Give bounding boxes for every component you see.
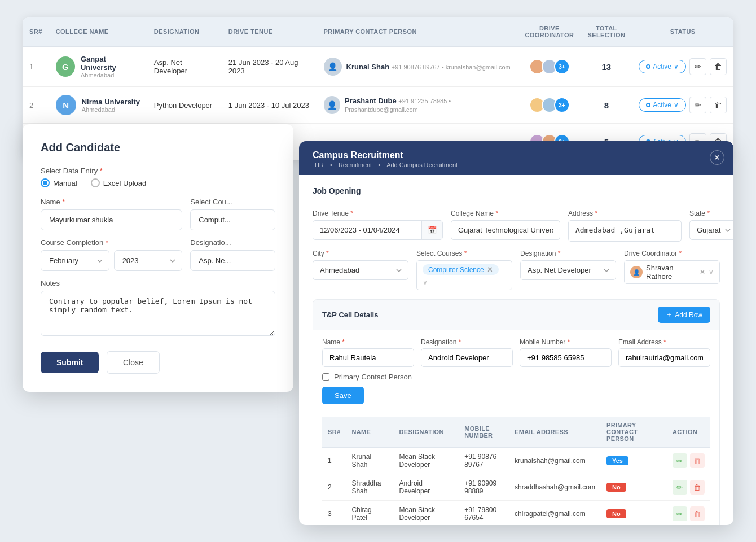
designation-label-truncated: Designatio...: [190, 238, 275, 247]
tpc-action-btns: ✏ 🗑: [673, 506, 705, 521]
add-candidate-title: Add Candidate: [41, 141, 275, 154]
drive-coord-field: Drive Coordinator * 👤 Shravan Rathore ✕ …: [624, 250, 720, 290]
primary-contact-checkbox-row: Primary Contact Person: [322, 373, 710, 381]
col-college: COLLEGE NAME: [49, 17, 147, 47]
course-input[interactable]: [190, 209, 275, 230]
name-input[interactable]: [41, 209, 182, 230]
radio-excel[interactable]: Excel Upload: [91, 178, 147, 187]
year-select[interactable]: 2023: [114, 250, 183, 271]
designation-label: Designation *: [520, 250, 616, 257]
designation-field: Designation * Asp. Net Developer: [520, 250, 616, 290]
tpc-email-label: Email Address *: [618, 338, 710, 346]
tpc-action-btns: ✏ 🗑: [673, 480, 705, 495]
row-drive-tenue: 1 Jun 2023 - 10 Jul 2023: [222, 87, 317, 124]
city-select[interactable]: Ahmedabad: [313, 260, 408, 280]
tpc-col-primary: PRIMARY CONTACT PERSON: [601, 417, 667, 448]
job-opening-row-1: Drive Tenue * 📅 College Name * Addres: [313, 209, 720, 242]
designation-select[interactable]: Asp. Net Developer: [520, 260, 616, 280]
row-sr: 2: [23, 87, 49, 124]
college-badge: G: [56, 56, 75, 77]
delete-icon[interactable]: 🗑: [710, 97, 727, 113]
tpc-name-input[interactable]: [322, 348, 414, 367]
tpc-delete-button[interactable]: 🗑: [690, 453, 705, 468]
row-sr: 1: [23, 47, 49, 87]
tpc-delete-button[interactable]: 🗑: [690, 480, 705, 495]
coord-avatar-sm: 👤: [630, 266, 643, 278]
course-tag: Computer Science ✕: [423, 264, 499, 275]
status-button[interactable]: Active ∨: [639, 98, 686, 112]
course-tag-remove[interactable]: ✕: [487, 265, 493, 274]
close-modal-button[interactable]: ✕: [710, 150, 724, 165]
tpc-row-desig: Mean Stack Developer: [394, 501, 459, 526]
drive-tenue-input[interactable]: [313, 221, 421, 239]
tpc-row-name: Shraddha Shah: [346, 474, 393, 501]
tpc-email-input[interactable]: [618, 348, 710, 367]
drive-coord-label: Drive Coordinator *: [624, 250, 720, 257]
designation-input[interactable]: [190, 250, 275, 271]
radio-manual[interactable]: Manual: [41, 178, 77, 187]
tpc-designation-input[interactable]: [421, 348, 513, 367]
state-select[interactable]: Gujarat: [689, 220, 733, 240]
row-contact: 👤 Prashant Dube +91 91235 78985 • Prasha…: [317, 87, 518, 124]
delete-icon[interactable]: 🗑: [710, 58, 727, 75]
row-coordinator: 3+: [518, 87, 581, 124]
tpc-delete-button[interactable]: 🗑: [690, 506, 705, 521]
col-sr: SR#: [23, 17, 49, 47]
tpc-row-desig: Android Developer: [394, 474, 459, 501]
row-status: Active ∨ ✏ 🗑: [632, 47, 733, 87]
tpc-name-field: Name *: [322, 338, 414, 367]
coord-dropdown-arrow[interactable]: ∨: [709, 268, 714, 276]
tpc-col-email: EMAIL ADDRESS: [509, 417, 601, 448]
tpc-action-btns: ✏ 🗑: [673, 453, 705, 468]
calendar-icon: 📅: [421, 221, 442, 239]
submit-button[interactable]: Submit: [41, 352, 99, 373]
name-label: Name *: [41, 198, 182, 206]
status-dot: [646, 64, 650, 69]
tpc-edit-button[interactable]: ✏: [673, 453, 687, 468]
city-label: City *: [313, 250, 408, 257]
tpc-row-desig: Mean Stack Developer: [394, 448, 459, 474]
tpc-save-button[interactable]: Save: [322, 387, 364, 404]
contact-avatar: 👤: [324, 96, 340, 114]
edit-icon[interactable]: ✏: [689, 58, 706, 75]
address-input[interactable]: Admedabad ,Gujarat: [568, 220, 682, 242]
tpc-row-name: Krunal Shah: [346, 448, 393, 474]
course-dropdown-arrow[interactable]: ∨: [423, 278, 428, 286]
status-button[interactable]: Active ∨: [639, 60, 686, 73]
tpc-mobile-input[interactable]: [520, 348, 612, 367]
modal-actions: Submit Close: [41, 351, 275, 374]
add-row-button[interactable]: ＋ Save Add Row: [658, 307, 710, 323]
tpc-table-row: 2 Shraddha Shah Android Developer +91 90…: [322, 474, 710, 501]
action-icons: ✏ 🗑: [689, 97, 727, 113]
tpc-row-mobile: +91 79800 67654: [459, 501, 509, 526]
table-row: 1 G Ganpat University Ahmedabad Asp. Net…: [23, 47, 733, 87]
college-name-input[interactable]: [451, 220, 560, 240]
primary-contact-checkbox[interactable]: [322, 373, 329, 381]
tpc-row-email: shraddhashah@gmail.com: [509, 474, 601, 501]
notes-textarea[interactable]: Contrary to popular belief, Lorem Ipsum …: [41, 291, 275, 336]
tpc-designation-field: Designation *: [421, 338, 513, 367]
tpc-form-row-1: Name * Designation * Mobil: [322, 338, 710, 367]
status-dot: [646, 103, 650, 107]
job-opening-section-title: Job Opening: [313, 186, 720, 200]
courses-input-wrapper[interactable]: Computer Science ✕ ∨: [416, 260, 512, 290]
drive-tenue-input-wrapper: 📅: [313, 220, 443, 240]
tpc-col-name: NAME: [346, 417, 393, 448]
tpc-table: SR# NAME DESIGNATION MOBILE NUMBER EMAIL…: [322, 417, 710, 525]
tpc-row-sr: 1: [322, 448, 346, 474]
tpc-row-sr: 3: [322, 501, 346, 526]
radio-circle-excel: [91, 178, 100, 187]
col-drive-tenue: DRIVE TENUE: [222, 17, 317, 47]
contact-info: Prashant Dube +91 91235 78985 • Prashant…: [345, 97, 511, 113]
edit-icon[interactable]: ✏: [689, 97, 706, 113]
add-candidate-modal: Add Candidate Select Data Entry * Manual…: [23, 124, 293, 392]
month-select[interactable]: February: [41, 250, 109, 271]
tpc-edit-button[interactable]: ✏: [673, 506, 687, 521]
close-button[interactable]: Close: [107, 351, 160, 374]
campus-modal-body: Job Opening Drive Tenue * 📅 College Name…: [299, 175, 733, 525]
college-info: Ganpat University Ahmedabad: [81, 55, 140, 78]
tpc-edit-button[interactable]: ✏: [673, 480, 687, 495]
courses-label: Select Courses *: [416, 250, 512, 257]
coord-remove-btn[interactable]: ✕: [700, 268, 705, 276]
courses-field: Select Courses * Computer Science ✕ ∨: [416, 250, 512, 290]
